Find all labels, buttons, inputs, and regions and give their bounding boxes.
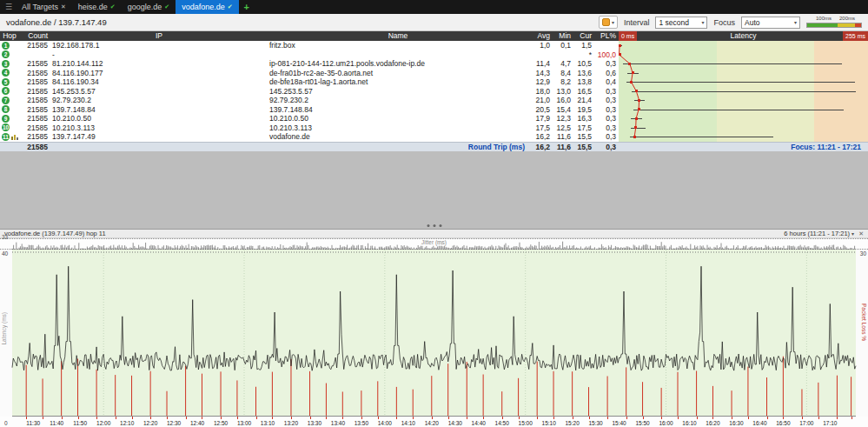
table-row[interactable]: 121585192.168.178.1fritz.box1,00,11,5 — [0, 41, 868, 50]
interval-value: 1 second — [659, 18, 689, 27]
hop-cell: 11 — [0, 132, 19, 142]
cur-cell: 15,5 — [573, 132, 594, 142]
time-tick-label: 15:50 — [634, 420, 652, 426]
ip-cell: 84.116.190.34 — [50, 77, 268, 87]
min-cell: 12,5 — [553, 123, 573, 133]
loss-tick — [150, 417, 151, 419]
avg-cell: 17,5 — [528, 123, 553, 133]
alerts-button[interactable]: ▾ — [599, 16, 618, 29]
tab-bar: ☰ All Targets ✕ heise.de ✔ google.de ✔ v… — [0, 0, 868, 14]
header-min[interactable]: Min — [553, 31, 573, 41]
loss-tick — [378, 417, 379, 419]
interval-select[interactable]: 1 second ▾ — [655, 17, 707, 29]
timeline-header-controls: 6 hours (11:21 - 17:21) ▾ ✕ — [784, 230, 864, 237]
avg-cell: 18,0 — [528, 87, 553, 97]
header-cur[interactable]: Cur — [573, 31, 594, 41]
packet-loss-axis-label: Packet Loss % — [861, 304, 867, 341]
loss-tick — [837, 417, 838, 419]
min-cell — [553, 50, 573, 60]
table-row[interactable]: 52158584.116.190.34de-bfe18a-rt01-lag-1.… — [0, 77, 868, 87]
loss-tick — [116, 417, 116, 419]
hop-badge: 2 — [2, 50, 10, 58]
header-hop[interactable]: Hop — [0, 31, 19, 41]
tab-vodafone[interactable]: vodafone.de ✔ — [176, 0, 238, 14]
time-tick-label: 16:00 — [658, 420, 675, 426]
time-tick-label: 12:40 — [189, 420, 206, 426]
loss-tick — [167, 417, 168, 419]
new-tab-button[interactable]: + — [239, 0, 255, 14]
hop-badge: 8 — [2, 105, 10, 113]
avg-cell — [528, 50, 553, 60]
time-tick-label: 13:30 — [306, 420, 323, 426]
tab-heise[interactable]: heise.de ✔ — [72, 0, 122, 14]
time-tick-label: 12:30 — [165, 420, 182, 426]
name-cell: de-fra01b-rc2-ae-35-0.aorta.net — [268, 69, 528, 78]
loss-tick — [132, 417, 133, 419]
name-cell: 10.210.3.113 — [268, 123, 528, 133]
timeline-panel: vodafone.de (139.7.147.49) hop 11 6 hour… — [0, 229, 868, 427]
caret-down-icon: ▾ — [701, 20, 704, 25]
header-count[interactable]: Count — [19, 31, 50, 41]
header-avg[interactable]: Avg — [528, 31, 553, 41]
count-cell — [19, 50, 50, 60]
packet-loss-cell: 0,3 — [594, 123, 619, 133]
caret-down-icon: ▾ — [612, 20, 614, 25]
avg-cell: 21,0 — [528, 96, 553, 105]
hop-rows: 121585192.168.178.1fritz.box1,00,11,52-*… — [0, 41, 868, 142]
latency-marker — [635, 117, 638, 120]
header-latency[interactable]: 0 ms Latency 255 ms — [619, 31, 868, 41]
header-pl[interactable]: PL% — [594, 31, 619, 41]
loss-tick — [432, 417, 433, 419]
loss-tick — [626, 417, 627, 419]
header-name[interactable]: Name — [268, 31, 528, 41]
target-title: vodafone.de / 139.7.147.49 — [6, 17, 107, 27]
loss-tick — [62, 417, 63, 419]
packet-loss-cell: 0,3 — [594, 59, 619, 69]
legend-green-segment — [807, 23, 838, 27]
tab-google[interactable]: google.de ✔ — [122, 0, 176, 14]
table-row[interactable]: 42158584.116.190.177de-fra01b-rc2-ae-35-… — [0, 69, 868, 78]
avg-cell: 20,5 — [528, 105, 553, 115]
latency-axis-min: 0 — [4, 420, 8, 426]
table-row[interactable]: 92158510.210.0.5010.210.0.5017,912,316,3… — [0, 114, 868, 123]
close-icon[interactable]: ✕ — [858, 230, 864, 237]
time-range-dropdown[interactable]: 6 hours (11:21 - 17:21) ▾ — [784, 230, 854, 237]
splitter-handle[interactable] — [427, 224, 441, 227]
count-cell: 21585 — [19, 69, 50, 78]
table-row[interactable]: 821585139.7.148.84139.7.148.8420,515,419… — [0, 105, 868, 115]
table-row[interactable]: 621585145.253.5.57145.253.5.5718,013,016… — [0, 87, 868, 97]
tab-all-targets[interactable]: All Targets ✕ — [16, 0, 72, 14]
table-row[interactable]: 1121585139.7.147.49vodafone.de16,211,615… — [0, 132, 868, 142]
cur-cell: 16,5 — [573, 87, 594, 97]
jitter-max-label: 33 — [2, 234, 8, 240]
time-tick-label: 14:10 — [400, 420, 417, 426]
timeline-header: vodafone.de (139.7.147.49) hop 11 6 hour… — [0, 230, 868, 238]
count-cell: 21585 — [19, 87, 50, 97]
latency-timeline-chart[interactable] — [0, 250, 868, 417]
latency-marker — [630, 81, 633, 83]
loss-tick — [783, 417, 784, 419]
summary-row: 21585 Round Trip (ms) 16,2 11,6 15,5 0,3… — [0, 142, 868, 151]
time-tick-label: 12:00 — [95, 420, 112, 426]
check-icon: ✔ — [110, 0, 116, 14]
time-tick-label: 16:50 — [774, 420, 792, 426]
focus-select[interactable]: Auto ▾ — [741, 17, 800, 29]
table-row[interactable]: 72158592.79.230.292.79.230.221,016,021,4… — [0, 96, 868, 105]
name-cell — [268, 50, 528, 60]
menu-icon[interactable]: ☰ — [2, 0, 16, 14]
hop-badge: 4 — [2, 69, 10, 77]
count-cell: 21585 — [19, 41, 50, 50]
header-ip[interactable]: IP — [50, 31, 268, 41]
table-row[interactable]: 2-*100,0 — [0, 50, 868, 60]
caret-down-icon: ▾ — [794, 20, 797, 25]
latency-range-line — [626, 82, 855, 83]
latency-graph-cell — [619, 41, 868, 50]
table-row[interactable]: 102158510.210.3.11310.210.3.11317,512,51… — [0, 123, 868, 133]
hop-cell: 1 — [0, 41, 19, 50]
close-icon[interactable]: ✕ — [61, 0, 66, 14]
hop-badge: 3 — [2, 60, 10, 68]
loss-tick — [272, 417, 273, 419]
table-row[interactable]: 32158581.210.144.112ip-081-210-144-112.u… — [0, 59, 868, 69]
latency-marker — [634, 126, 637, 129]
latency-graph-cell — [619, 132, 868, 142]
